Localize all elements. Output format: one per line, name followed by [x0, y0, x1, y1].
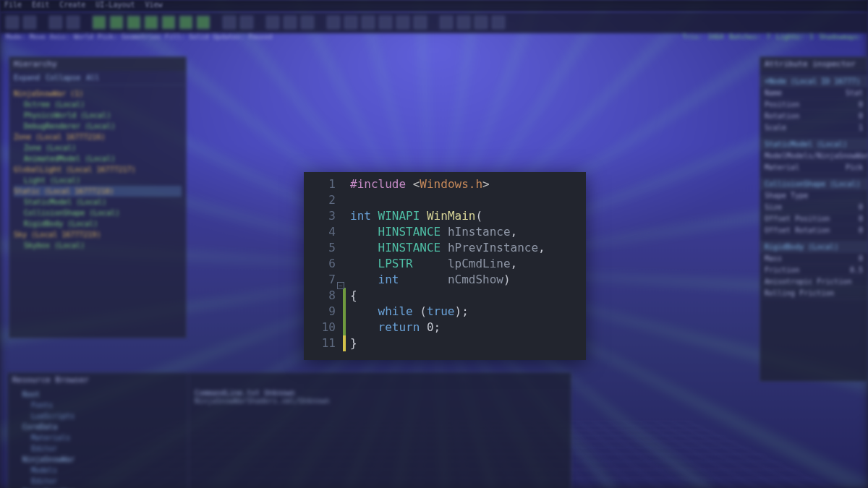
tree-item[interactable]: NinjaSnowWar (1) — [14, 88, 182, 99]
fold-icon[interactable]: − — [337, 282, 344, 289]
menu-create[interactable]: Create — [59, 1, 85, 11]
folder-item[interactable]: CoreData — [14, 421, 182, 432]
inspector-section[interactable]: CollisionShape (Local) — [760, 178, 867, 190]
status-item: Mode: — [6, 33, 25, 43]
tree-item[interactable]: Light (Local) — [14, 175, 182, 186]
folder-item[interactable]: LuaScripts — [14, 411, 182, 421]
status-item: Fill: — [165, 33, 184, 43]
status-right: Tris:3464Batches:7Lights:1Shadowmaps: — [682, 33, 862, 43]
folder-item[interactable]: Materials — [14, 432, 182, 443]
status-item: Move — [30, 33, 46, 43]
code-line[interactable] — [350, 192, 545, 208]
folder-item[interactable]: Fonts — [14, 400, 182, 411]
tree-item[interactable]: PhysicsWorld (Local) — [14, 110, 182, 121]
inspector-row[interactable]: Offset Rotation0 — [760, 225, 867, 236]
toolbar-button-14[interactable] — [284, 16, 297, 29]
toolbar-button-23[interactable] — [457, 16, 470, 29]
tree-item[interactable]: Octree (Local) — [14, 99, 182, 110]
tree-item[interactable]: Static (Local 16777218) — [14, 186, 182, 197]
toolbar-button-13[interactable] — [266, 16, 279, 29]
menu-edit[interactable]: Edit — [32, 1, 49, 11]
toolbar-button-19[interactable] — [379, 16, 392, 29]
line-number: 10 — [307, 320, 336, 335]
inspector-row[interactable]: Scale1 — [760, 122, 867, 134]
code-line[interactable]: while (true); — [350, 304, 545, 320]
code-line[interactable]: HINSTANCE hPrevInstance, — [350, 240, 545, 256]
code-area[interactable]: #include <Windows.h>int WINAPI WinMain( … — [346, 172, 551, 360]
toolbar-button-9[interactable] — [179, 16, 192, 29]
tree-item[interactable]: Zone (Local 16777216) — [14, 132, 182, 142]
status-item: Batches: — [729, 33, 760, 43]
toolbar-button-24[interactable] — [475, 16, 488, 29]
inspector-row[interactable]: Offset Position0 — [760, 213, 867, 225]
folder-item[interactable]: Root — [14, 389, 182, 400]
inspector-section[interactable]: RigidBody (Local) — [760, 241, 867, 253]
toolbar-button-25[interactable] — [492, 16, 505, 29]
menu-ui-layout[interactable]: UI-Layout — [95, 1, 135, 11]
code-line[interactable]: int nCmdShow) — [350, 272, 545, 288]
inspector-row[interactable]: Anisotropic Friction — [760, 276, 867, 288]
toolbar-button-10[interactable] — [197, 16, 210, 29]
code-line[interactable]: HINSTANCE hInstance, — [350, 224, 545, 240]
tree-item[interactable]: StaticModel (Local) — [14, 197, 182, 207]
inspector-row[interactable]: Position0 — [760, 99, 867, 111]
code-line[interactable]: LPSTR lpCmdLine, — [350, 256, 545, 272]
code-line[interactable]: return 0; — [350, 320, 545, 335]
toolbar-button-17[interactable] — [344, 16, 357, 29]
toolbar-button-15[interactable] — [301, 16, 314, 29]
hierarchy-tree[interactable]: NinjaSnowWar (1)Octree (Local)PhysicsWor… — [9, 85, 186, 254]
toolbar-button-7[interactable] — [145, 16, 158, 29]
tree-item[interactable]: CollisionShape (Local) — [14, 207, 182, 218]
hierarchy-control[interactable]: All — [86, 74, 99, 82]
toolbar-button-11[interactable] — [223, 16, 236, 29]
toolbar-button-0[interactable] — [6, 16, 19, 29]
browser-files[interactable]: CommandLine.txt Unknown NinjaSnowWarShad… — [189, 373, 571, 488]
folder-item[interactable]: Editor — [14, 476, 182, 487]
tree-item[interactable]: Skybox (Local) — [14, 240, 182, 251]
inspector-row[interactable]: NameStat — [760, 87, 867, 99]
code-editor[interactable]: 1234567891011 #include <Windows.h>int WI… — [304, 172, 586, 360]
toolbar-button-8[interactable] — [162, 16, 175, 29]
inspector-row[interactable]: Size0 — [760, 202, 867, 213]
tree-item[interactable]: GlobalLight (Local 16777217) — [14, 164, 182, 175]
browser-file-row[interactable]: NinjaSnowWarShaders.xml/Unknown — [195, 397, 565, 405]
tree-item[interactable]: RigidBody (Local) — [14, 218, 182, 229]
menu-view[interactable]: View — [145, 1, 163, 11]
toolbar-button-20[interactable] — [396, 16, 409, 29]
inspector-row[interactable]: Mass0 — [760, 253, 867, 265]
toolbar-button-5[interactable] — [110, 16, 123, 29]
toolbar-button-4[interactable] — [93, 16, 106, 29]
code-line[interactable]: } — [350, 335, 545, 351]
menu-file[interactable]: File — [4, 1, 22, 11]
inspector-row[interactable]: Friction0.5 — [760, 265, 867, 276]
toolbar-button-1[interactable] — [23, 16, 36, 29]
folder-item[interactable]: Editor — [14, 443, 182, 454]
hierarchy-control[interactable]: Collapse — [46, 74, 80, 82]
tree-item[interactable]: Zone (Local) — [14, 142, 182, 153]
folder-item[interactable]: Models — [14, 465, 182, 476]
toolbar-button-2[interactable] — [49, 16, 62, 29]
inspector-row[interactable]: ModelModels/NinjaSnowWar/Le — [760, 150, 867, 162]
toolbar-button-22[interactable] — [440, 16, 453, 29]
code-line[interactable]: int WINAPI WinMain( — [350, 208, 545, 224]
tree-item[interactable]: Sky (Local 16777219) — [14, 229, 182, 240]
inspector-row[interactable]: Rolling Friction — [760, 288, 867, 299]
toolbar-button-12[interactable] — [240, 16, 253, 29]
inspector-section[interactable]: StaticModel (Local) — [760, 138, 867, 150]
tree-item[interactable]: DebugRenderer (Local) — [14, 121, 182, 132]
inspector-row[interactable]: Shape Type — [760, 190, 867, 202]
folder-item[interactable]: NinjaSnowWar — [14, 454, 182, 465]
inspector-row[interactable]: MaterialPick — [760, 162, 867, 174]
code-line[interactable]: #include <Windows.h> — [350, 176, 545, 192]
inspector-row[interactable]: Rotation0 — [760, 111, 867, 122]
tree-item[interactable]: AnimatedModel (Local) — [14, 153, 182, 164]
hierarchy-control[interactable]: Expand — [14, 74, 40, 82]
browser-folders[interactable]: Resource Browser RootFontsLuaScriptsCore… — [8, 373, 189, 488]
toolbar-button-18[interactable] — [362, 16, 375, 29]
code-line[interactable]: { — [350, 288, 545, 304]
toolbar-button-21[interactable] — [414, 16, 427, 29]
status-item: Shadowmaps: — [819, 33, 862, 43]
toolbar-button-16[interactable] — [327, 16, 340, 29]
toolbar-button-6[interactable] — [127, 16, 140, 29]
toolbar-button-3[interactable] — [67, 16, 80, 29]
